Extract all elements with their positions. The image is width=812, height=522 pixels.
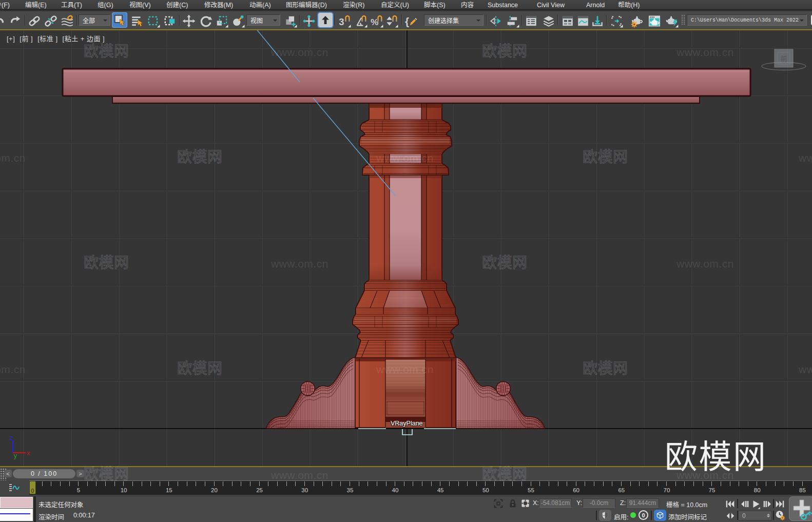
curve-editor-button[interactable]: [575, 13, 591, 29]
spinner-up-icon[interactable]: [767, 512, 770, 515]
layer-explorer-button[interactable]: [541, 13, 556, 29]
selection-lock-icon[interactable]: [507, 498, 518, 509]
ribbon-button[interactable]: [560, 13, 575, 29]
ruler-number: 80: [754, 487, 761, 493]
time-config-icon[interactable]: [775, 510, 786, 521]
z-field[interactable]: 91.444cm: [626, 498, 659, 508]
menu-content[interactable]: 内容: [461, 1, 474, 9]
toolbar-grip[interactable]: [680, 14, 686, 27]
render-prod-button[interactable]: [664, 13, 680, 29]
kbd-override-button[interactable]: [318, 13, 333, 27]
frame-position-display[interactable]: 0 / 100: [13, 469, 75, 478]
project-path-dropdown[interactable]: C:\Users\Han\Documents\3ds Max 2022: [687, 14, 807, 26]
bind-button[interactable]: [60, 13, 75, 29]
menu-views[interactable]: 视图(V): [129, 1, 151, 9]
window-crossing-button[interactable]: [162, 13, 178, 29]
rfw-button[interactable]: [647, 13, 662, 29]
selection-region-icon[interactable]: [493, 498, 504, 509]
play-button[interactable]: [750, 498, 762, 510]
scene-explorer-button[interactable]: [524, 13, 539, 29]
time-tag-cube-button[interactable]: [654, 510, 666, 521]
go-to-start-button[interactable]: [725, 498, 736, 510]
viewport-front[interactable]: zxy [+][前 ][标准 ][粘土 + 边面 ] 前 VRayPlane: [0, 29, 812, 467]
coord-system-dropdown[interactable]: 视图: [246, 14, 280, 26]
menu-tools[interactable]: 工具(T): [61, 1, 82, 9]
render-setup-button[interactable]: [629, 13, 645, 29]
next-key-button[interactable]: >: [76, 470, 84, 477]
align-button[interactable]: [505, 13, 520, 29]
vrayplane-label[interactable]: VRayPlane: [391, 420, 423, 427]
menu-scripting[interactable]: 脚本(S): [424, 1, 446, 9]
y-field[interactable]: -0.0cm: [583, 498, 615, 508]
add-key-button[interactable]: [789, 496, 812, 521]
selection-set-dropdown[interactable]: 创建选择集: [424, 14, 484, 26]
time-ruler[interactable]: 0510152025303540455055606570758085 0: [0, 480, 812, 496]
kbd-override-icon: [319, 14, 332, 26]
viewport-label-seg[interactable]: [标准 ]: [37, 35, 57, 43]
scale-button[interactable]: [214, 13, 229, 29]
menu-customize[interactable]: 自定义(U): [381, 1, 409, 9]
prev-key-button[interactable]: <: [4, 470, 12, 477]
toolbar-separator: [606, 15, 607, 25]
toolbar-separator: [521, 15, 523, 25]
viewport-label-seg[interactable]: [+]: [7, 35, 15, 43]
next-frame-button[interactable]: [762, 498, 773, 510]
menu-substance[interactable]: Substance: [488, 1, 518, 9]
manipulate-button[interactable]: [301, 13, 317, 29]
view-cube[interactable]: 前: [775, 49, 793, 67]
time-ruler-track[interactable]: 0510152025303540455055606570758085: [29, 480, 812, 495]
snap-angle-button[interactable]: [353, 13, 369, 29]
menu-modifiers[interactable]: 修改器(M): [204, 1, 233, 9]
absolute-mode-icon[interactable]: [520, 498, 530, 508]
menu-arnold[interactable]: Arnold: [586, 1, 605, 9]
selection-filter-dropdown[interactable]: 全部: [79, 14, 110, 26]
place-button[interactable]: [230, 13, 246, 29]
pivot-button[interactable]: [283, 13, 298, 29]
menu-civil-view[interactable]: Civil View: [537, 1, 565, 9]
snap-3d-button[interactable]: 3: [337, 13, 352, 29]
degradation-value: 0: [642, 512, 645, 518]
move-button[interactable]: [181, 13, 197, 29]
toolbar-separator: [299, 15, 300, 25]
named-sets-button[interactable]: {: [403, 13, 419, 29]
unlink-button[interactable]: [43, 13, 59, 29]
rotate-button[interactable]: [198, 13, 214, 29]
frame-slider[interactable]: 0: [29, 481, 36, 494]
redo-button[interactable]: [8, 13, 23, 29]
key-mode-toggle[interactable]: [725, 511, 736, 521]
tray-button[interactable]: [590, 13, 605, 29]
menu-create[interactable]: 创建(C): [166, 1, 188, 9]
maxscript-listener[interactable]: [0, 509, 33, 521]
edge-clipped-button[interactable]: [809, 13, 812, 27]
isolate-button[interactable]: [609, 13, 624, 29]
x-field[interactable]: -54.081cm: [539, 498, 572, 508]
enable-label: 启用:: [614, 512, 628, 521]
mirror-button[interactable]: [488, 13, 504, 29]
listener-splitter[interactable]: [34, 496, 36, 522]
menu-rendering[interactable]: 渲染(R): [343, 1, 364, 9]
snap-spinner-button[interactable]: [384, 13, 399, 29]
maxscript-macro-recorder[interactable]: [0, 497, 33, 508]
menu-group[interactable]: 组(G): [98, 1, 113, 9]
menu-file[interactable]: 文件(F): [0, 1, 10, 9]
frame-number-spinner[interactable]: 0: [738, 511, 772, 520]
link-button[interactable]: [27, 13, 42, 29]
viewport-label-seg[interactable]: [前 ]: [20, 35, 33, 43]
spinner-down-icon[interactable]: [767, 516, 770, 519]
viewport-label-seg[interactable]: [粘土 + 边面 ]: [63, 35, 105, 43]
menu-graph-editors[interactable]: 图形编辑器(D): [286, 1, 327, 9]
add-time-tag[interactable]: 添加时间标记: [668, 512, 707, 521]
select-object-button[interactable]: [112, 12, 127, 28]
previous-frame-button[interactable]: [739, 498, 750, 510]
civil-shield-button[interactable]: [599, 510, 611, 521]
menu-animation[interactable]: 动画(A): [249, 1, 271, 9]
region-rect-button[interactable]: [146, 13, 161, 29]
undo-button[interactable]: [0, 13, 7, 29]
snap-percent-button[interactable]: %: [369, 13, 384, 29]
go-to-end-button[interactable]: [774, 498, 785, 510]
mini-curve-editor-icon[interactable]: [8, 482, 21, 493]
degradation-badge[interactable]: 0: [639, 510, 648, 520]
menu-edit[interactable]: 编辑(E): [25, 1, 47, 9]
menu-help[interactable]: 帮助(H): [618, 1, 640, 9]
select-by-name-button[interactable]: [129, 13, 145, 29]
